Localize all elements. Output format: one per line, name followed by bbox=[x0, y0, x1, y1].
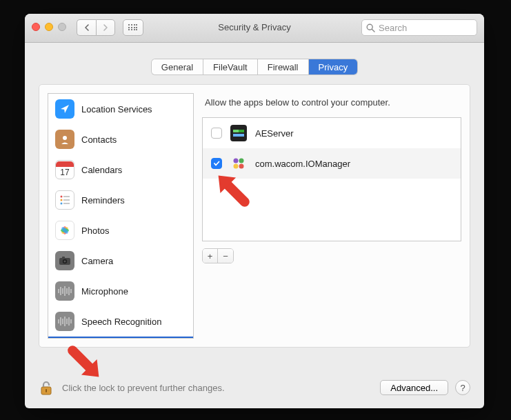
app-row-wacom[interactable]: com.wacom.IOManager bbox=[203, 148, 461, 179]
content: General FileVault Firewall Privacy Locat… bbox=[25, 43, 484, 408]
svg-rect-8 bbox=[63, 203, 70, 204]
lock-button[interactable] bbox=[39, 380, 54, 395]
svg-rect-16 bbox=[62, 257, 65, 259]
sidebar-item-label: Calendars bbox=[81, 165, 122, 175]
sidebar-item-location[interactable]: Location Services bbox=[48, 94, 193, 124]
lock-hint-text: Click the lock to prevent further change… bbox=[62, 383, 380, 393]
search-icon bbox=[366, 23, 375, 32]
sidebar-item-label: Microphone bbox=[81, 286, 128, 297]
contacts-icon bbox=[55, 130, 74, 149]
svg-point-3 bbox=[61, 196, 63, 198]
sidebar-item-camera[interactable]: Camera bbox=[48, 246, 193, 276]
calendar-icon: 17 bbox=[55, 160, 74, 179]
app-label: com.wacom.IOManager bbox=[255, 159, 350, 169]
svg-point-34 bbox=[239, 159, 244, 163]
speech-icon bbox=[55, 312, 74, 331]
svg-point-7 bbox=[61, 203, 63, 205]
tab-privacy[interactable]: Privacy bbox=[309, 59, 358, 74]
search-input[interactable] bbox=[379, 23, 472, 33]
app-permission-panel: Allow the apps below to control your com… bbox=[202, 93, 461, 339]
svg-point-5 bbox=[61, 199, 63, 201]
checkbox-aeserver[interactable] bbox=[211, 128, 222, 139]
search-field[interactable] bbox=[361, 19, 477, 36]
sidebar-item-reminders[interactable]: Reminders bbox=[48, 185, 193, 215]
svg-line-1 bbox=[372, 29, 374, 32]
checkbox-wacom[interactable] bbox=[211, 158, 222, 169]
tabs: General FileVault Firewall Privacy bbox=[25, 59, 484, 74]
tab-filevault[interactable]: FileVault bbox=[203, 59, 258, 74]
svg-rect-6 bbox=[63, 199, 70, 201]
sidebar-item-label: Photos bbox=[81, 226, 109, 236]
svg-rect-38 bbox=[46, 389, 47, 392]
sidebar-item-label: Camera bbox=[81, 256, 113, 266]
camera-icon bbox=[55, 251, 74, 270]
wacom-icon bbox=[230, 155, 247, 172]
svg-point-15 bbox=[64, 261, 66, 263]
sidebar-item-contacts[interactable]: Contacts bbox=[48, 124, 193, 154]
photos-icon bbox=[55, 221, 74, 240]
help-button[interactable]: ? bbox=[455, 380, 470, 395]
aeserver-icon bbox=[230, 125, 247, 141]
svg-point-35 bbox=[234, 164, 239, 169]
sidebar-item-microphone[interactable]: Microphone bbox=[48, 276, 193, 306]
reminders-icon bbox=[55, 190, 74, 210]
privacy-panel: Location Services Contacts 17 Calendars bbox=[39, 84, 470, 348]
remove-app-button[interactable]: − bbox=[218, 249, 233, 263]
sidebar-item-label: Speech Recognition bbox=[81, 317, 161, 327]
microphone-icon bbox=[55, 281, 74, 301]
sidebar-item-label: Contacts bbox=[81, 134, 117, 145]
sidebar-item-photos[interactable]: Photos bbox=[48, 215, 193, 246]
svg-rect-4 bbox=[63, 196, 70, 197]
svg-point-36 bbox=[239, 164, 244, 169]
tab-general[interactable]: General bbox=[152, 59, 203, 74]
sidebar-item-speech[interactable]: Speech Recognition bbox=[48, 306, 193, 337]
permission-header: Allow the apps below to control your com… bbox=[202, 93, 461, 117]
add-remove-buttons: + − bbox=[202, 248, 234, 263]
location-icon bbox=[55, 99, 74, 119]
titlebar: Security & Privacy bbox=[25, 14, 484, 43]
app-label: AEServer bbox=[255, 128, 294, 139]
app-list[interactable]: AEServer bbox=[202, 117, 461, 241]
tab-firewall[interactable]: Firewall bbox=[258, 59, 309, 74]
sidebar-item-calendars[interactable]: 17 Calendars bbox=[48, 154, 193, 185]
svg-point-33 bbox=[234, 159, 239, 163]
footer: Click the lock to prevent further change… bbox=[25, 367, 484, 408]
sidebar-item-accessibility[interactable]: Accessibility bbox=[48, 337, 193, 339]
sidebar-item-label: Reminders bbox=[81, 195, 125, 206]
privacy-category-list[interactable]: Location Services Contacts 17 Calendars bbox=[48, 93, 194, 339]
sidebar-item-label: Location Services bbox=[81, 104, 152, 114]
add-app-button[interactable]: + bbox=[203, 249, 218, 263]
svg-point-2 bbox=[63, 136, 67, 140]
advanced-button[interactable]: Advanced... bbox=[380, 380, 448, 395]
preferences-window: Security & Privacy General FileVault Fir… bbox=[25, 14, 484, 408]
app-row-aeserver[interactable]: AEServer bbox=[203, 118, 461, 148]
